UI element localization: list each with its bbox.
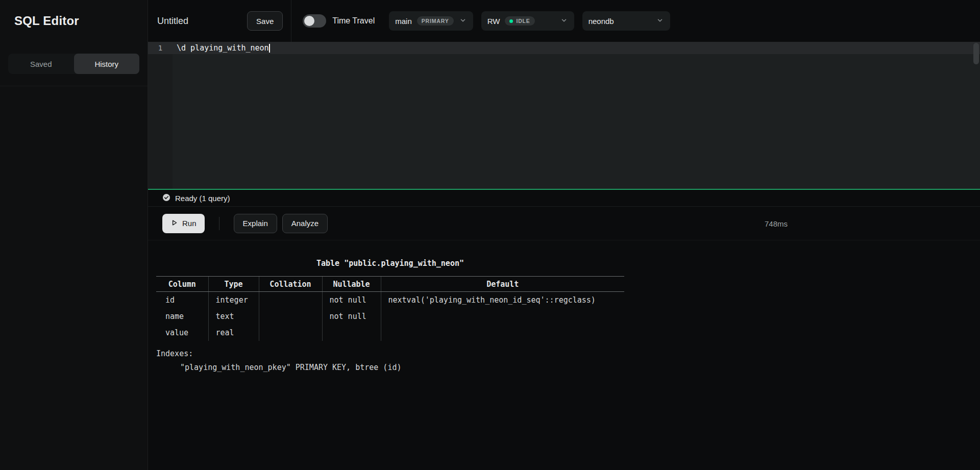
toolbar-divider	[219, 217, 219, 230]
explain-button[interactable]: Explain	[234, 214, 277, 233]
query-toolbar: Run Explain Analyze 748ms	[148, 207, 980, 240]
main-panel: Untitled Save Time Travel main PRIMARY R…	[148, 0, 980, 470]
text-caret	[269, 44, 270, 53]
time-travel-toggle[interactable]	[303, 14, 326, 28]
table-cell	[259, 325, 322, 341]
branch-select[interactable]: main PRIMARY	[389, 11, 473, 31]
compute-status-label: IDLE	[516, 18, 530, 24]
topbar: Untitled Save Time Travel main PRIMARY R…	[148, 0, 980, 42]
table-cell	[381, 308, 624, 325]
psql-result-table: Column Type Collation Nullable Default i…	[156, 276, 624, 341]
column-header: Column	[156, 277, 208, 292]
saved-history-tabs: Saved History	[8, 54, 139, 74]
play-icon	[170, 219, 178, 228]
tab-history[interactable]: History	[74, 54, 140, 74]
table-cell: not null	[322, 292, 381, 308]
table-cell	[259, 308, 322, 325]
editor-gutter	[148, 42, 173, 189]
table-cell: not null	[322, 308, 381, 325]
table-cell: integer	[208, 292, 259, 308]
status-bar: Ready (1 query)	[148, 190, 980, 207]
check-circle-icon	[162, 193, 170, 203]
query-duration: 748ms	[765, 219, 788, 228]
table-cell: value	[156, 325, 208, 341]
branch-name: main	[395, 17, 412, 26]
table-cell	[259, 292, 322, 308]
page-title: SQL Editor	[14, 14, 79, 28]
sql-editor-app: SQL Editor Saved History Untitled Save T…	[0, 0, 980, 470]
idle-status-dot	[509, 19, 513, 23]
index-definition: "playing_with_neon_pkey" PRIMARY KEY, bt…	[180, 363, 980, 372]
branch-primary-badge: PRIMARY	[417, 16, 454, 26]
compute-status-badge: IDLE	[505, 16, 534, 26]
query-title: Untitled	[157, 16, 188, 27]
column-header: Type	[208, 277, 259, 292]
table-cell: text	[208, 308, 259, 325]
database-select[interactable]: neondb	[582, 11, 670, 31]
table-cell: name	[156, 308, 208, 325]
chevron-down-icon	[560, 16, 568, 26]
status-text: Ready (1 query)	[175, 194, 230, 203]
run-button-label: Run	[182, 219, 197, 228]
table-row: value real	[156, 325, 624, 341]
code-editor[interactable]: 1 \d playing_with_neon	[148, 42, 980, 189]
topbar-divider	[291, 0, 291, 42]
results-panel: Table "public.playing_with_neon" Column …	[148, 240, 980, 470]
compute-name: RW	[487, 17, 500, 26]
save-button[interactable]: Save	[247, 11, 283, 31]
time-travel-group: Time Travel	[303, 14, 375, 28]
result-table-title: Table "public.playing_with_neon"	[156, 259, 624, 268]
compute-select[interactable]: RW IDLE	[481, 11, 574, 31]
sidebar-header: SQL Editor	[0, 0, 148, 42]
table-row: name text not null	[156, 308, 624, 325]
run-button[interactable]: Run	[162, 214, 205, 233]
topbar-left: Untitled Save	[157, 11, 283, 31]
table-cell	[322, 325, 381, 341]
table-cell: id	[156, 292, 208, 308]
table-row: id integer not null nextval('playing_wit…	[156, 292, 624, 308]
time-travel-label: Time Travel	[332, 16, 375, 26]
code-text: \d playing_with_neon	[177, 43, 269, 53]
column-header: Collation	[259, 277, 322, 292]
line-number: 1	[148, 44, 173, 52]
analyze-button[interactable]: Analyze	[282, 214, 328, 233]
sidebar-divider	[0, 86, 148, 86]
column-header: Nullable	[322, 277, 381, 292]
database-name: neondb	[589, 17, 614, 26]
table-cell: nextval('playing_with_neon_id_seq'::regc…	[381, 292, 624, 308]
chevron-down-icon	[459, 16, 467, 26]
toggle-knob	[304, 16, 314, 26]
editor-current-line[interactable]: 1 \d playing_with_neon	[148, 42, 980, 54]
indexes-label: Indexes:	[156, 349, 980, 358]
column-header: Default	[381, 277, 624, 292]
table-cell	[381, 325, 624, 341]
table-cell: real	[208, 325, 259, 341]
table-header-row: Column Type Collation Nullable Default	[156, 277, 624, 292]
tab-saved[interactable]: Saved	[8, 54, 74, 74]
sidebar: SQL Editor Saved History	[0, 0, 148, 470]
chevron-down-icon	[656, 16, 664, 26]
editor-scrollbar[interactable]	[973, 43, 979, 64]
